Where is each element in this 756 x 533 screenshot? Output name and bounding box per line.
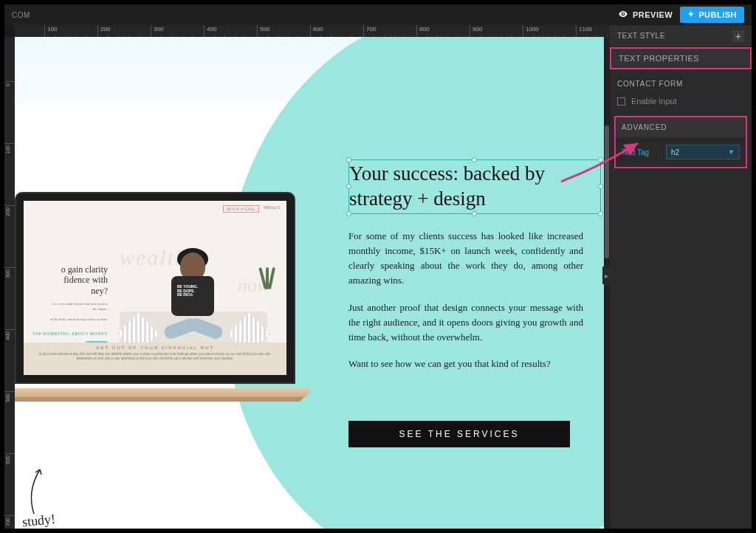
paragraph: Just another proof that design connects … [348,300,583,345]
laptop-mockup: BOOK A CALL MENU ≡ wealth now o gain cla… [15,192,325,428]
text-properties-header[interactable]: TEXT PROPERTIES [610,47,752,69]
design-canvas[interactable]: Your success: backed by strategy + desig… [15,37,610,529]
preview-label: PREVIEW [633,10,673,19]
publish-button[interactable]: PUBLISH [680,7,744,23]
mockup-sub: ed by debt, not knowing where to start. [24,317,108,323]
cta-label: SEE THE SERVICES [399,429,520,439]
text-tag-select[interactable]: h2 ▼ [666,145,740,159]
enable-input-row[interactable]: Enable Input [610,94,752,116]
top-bar: COM PREVIEW PUBLISH [4,4,752,25]
advanced-section: ADVANCED Text Tag h2 ▼ [614,116,747,168]
resize-handle[interactable] [598,184,603,189]
chevron-down-icon: ▼ [728,148,735,156]
mockup-heading: o gain clarity fidence with ney? [24,264,108,296]
preview-button[interactable]: PREVIEW [618,9,673,21]
scrollbar-thumb[interactable] [605,125,609,258]
breadcrumb: COM [12,11,30,19]
mockup-banner-desc: In just a few minutes a day, this tool w… [38,352,272,361]
ruler-vertical: 0100200300400500600700 [4,37,15,529]
publish-label: PUBLISH [698,10,737,19]
resize-handle[interactable] [346,184,351,189]
body-copy[interactable]: For some of my clients success has looke… [348,229,583,383]
advanced-title: ADVANCED [616,117,746,137]
text-properties-label: TEXT PROPERTIES [619,54,699,63]
mockup-banner: GET OUT OF YOUR FINANCIAL RUT In just a … [24,343,286,375]
text-style-label: TEXT STYLE [617,32,665,40]
text-tag-field: Text Tag h2 ▼ [616,145,746,159]
study-label: study! [21,512,56,529]
resize-handle[interactable] [346,157,351,162]
panel-collapse-handle[interactable]: ▸ [602,266,610,284]
add-text-style-button[interactable]: + [732,30,744,42]
eye-icon [618,9,628,21]
resize-handle[interactable] [472,157,477,162]
enable-input-label: Enable Input [631,97,677,106]
resize-handle[interactable] [598,157,603,162]
cta-button[interactable]: SEE THE SERVICES [348,421,570,447]
mockup-sub: e've ever made before but you need to th… [24,302,108,312]
resize-handle[interactable] [472,211,477,216]
text-style-header[interactable]: TEXT STYLE + [610,25,752,47]
paragraph: Want to see how we can get you that kind… [348,357,583,371]
contact-form-title: CONTACT FORM [610,69,752,94]
selected-text-element[interactable]: Your success: backed by strategy + desig… [348,159,601,214]
paragraph: For some of my clients success has looke… [348,229,583,289]
mockup-tee-text: BE YOUNG. BE DOPE. BE RICH. [177,285,208,298]
resize-handle[interactable] [346,211,351,216]
ruler-horizontal: 10020030040050060070080090010001100 [15,25,610,37]
headline-text[interactable]: Your success: backed by strategy + desig… [349,162,600,212]
mockup-banner-title: GET OUT OF YOUR FINANCIAL RUT [38,345,272,350]
resize-handle[interactable] [598,211,603,216]
mockup-stop: TOP WORRYING ABOUT MONEY [24,331,108,337]
bolt-icon [687,10,695,20]
text-tag-value: h2 [671,148,679,157]
properties-panel: TEXT STYLE + TEXT PROPERTIES CONTACT FOR… [610,25,752,529]
text-tag-label: Text Tag [622,148,659,157]
enable-input-checkbox[interactable] [617,97,625,106]
mockup-left-copy: o gain clarity fidence with ney? e've ev… [24,264,112,348]
app-frame: COM PREVIEW PUBLISH 10020030040050060070… [0,0,756,533]
